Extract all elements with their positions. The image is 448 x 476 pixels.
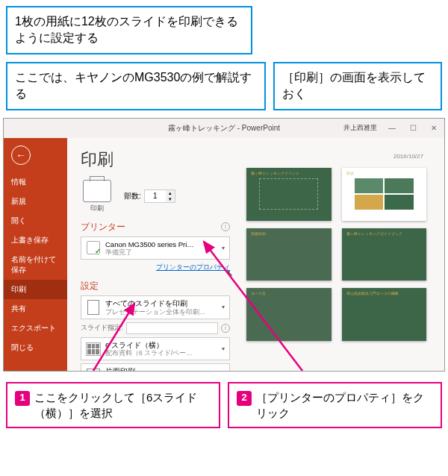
slide-thumb-4: 霧ヶ峰トレッキングガイドブック (342, 228, 427, 281)
printer-status-icon (87, 241, 100, 254)
print-preview: 2016/10/27 霧ヶ峰トレッキングイベント 目次 実施目的 霧ヶ峰トレッキ… (242, 148, 431, 362)
printer-section-label: プリンター i (81, 221, 230, 234)
copies-input[interactable]: 1 ▴▾ (144, 190, 175, 203)
callout-goal: 1枚の用紙に12枚のスライドを印刷できるように設定する (6, 6, 252, 54)
nav-item-7[interactable]: エクスポート (4, 319, 67, 338)
step-1-badge: 1 (15, 391, 30, 406)
window-user: 井上西雅里 (343, 123, 377, 133)
copies-label: 部数: (124, 191, 141, 201)
copies-spinner[interactable]: ▴▾ (166, 190, 175, 202)
printer-icon (83, 180, 111, 202)
nav-item-9[interactable]: アカウント (4, 371, 67, 372)
window-title: 霧ヶ峰トレッキング - PowerPoint (168, 123, 280, 134)
nav-item-4[interactable]: 名前を付けて保存 (4, 250, 67, 280)
maximize-button[interactable]: ☐ (402, 119, 423, 138)
slide-thumb-1: 霧ヶ峰トレッキングイベント (246, 168, 332, 221)
chevron-down-icon: ▾ (222, 304, 225, 310)
cursor-icon: ↖ (226, 269, 233, 278)
duplex-icon (87, 369, 100, 371)
powerpoint-window: 霧ヶ峰トレッキング - PowerPoint 井上西雅里 — ☐ ✕ ← 情報新… (3, 118, 445, 372)
preview-date: 2016/10/27 (393, 153, 423, 160)
nav-item-1[interactable]: 新規 (4, 192, 67, 211)
page-icon (87, 300, 99, 315)
step-1-callout: 1 ここをクリックして［6スライド（横）］を選択 (6, 382, 220, 428)
printer-properties-link[interactable]: プリンターのプロパティ ↖ (81, 263, 230, 272)
slide-thumb-6: 車山高原散策入門コースの概略 (342, 288, 427, 341)
step-2-callout: 2 ［プリンターのプロパティ］をクリック (228, 382, 442, 428)
close-button[interactable]: ✕ (423, 119, 444, 138)
print-what-dropdown[interactable]: すべてのスライドを印刷 プレゼンテーション全体を印刷… ▾ (81, 295, 230, 319)
chevron-down-icon: ▾ (222, 345, 225, 352)
duplex-dropdown[interactable]: 片面印刷 ページの片面のみを印刷します ▾ (81, 363, 230, 371)
slide-thumb-3: 実施目的 (246, 228, 332, 281)
printer-dropdown[interactable]: Canon MG3500 series Pri… 準備完了 ▾ (81, 237, 230, 260)
slide-range-label: スライド指定: (81, 323, 123, 333)
nav-item-0[interactable]: 情報 (4, 172, 67, 192)
chevron-down-icon: ▾ (222, 245, 225, 251)
page-title: 印刷 (81, 148, 230, 171)
nav-item-8[interactable]: 閉じる (4, 338, 67, 357)
callout-example: ここでは、キヤノンのMG3530の例で解説する (6, 62, 266, 110)
layout-dropdown[interactable]: 6 スライド（横） 配布資料（6 スライド/ペー… ▾ (81, 337, 230, 361)
handout-icon (86, 342, 101, 356)
nav-item-2[interactable]: 開く (4, 211, 67, 231)
print-button[interactable]: 印刷 (81, 180, 113, 213)
step-2-badge: 2 (237, 391, 252, 406)
nav-item-6[interactable]: 共有 (4, 299, 67, 319)
copies-control: 部数: 1 ▴▾ (124, 190, 175, 203)
settings-section-label: 設定 (81, 280, 230, 292)
nav-item-3[interactable]: 上書き保存 (4, 231, 67, 250)
callout-precondition: ［印刷］の画面を表示しておく (273, 62, 442, 110)
slide-thumb-2: 目次 (342, 168, 427, 221)
backstage-sidebar: ← 情報新規開く上書き保存名前を付けて保存印刷共有エクスポート閉じるアカウントオ… (4, 138, 67, 372)
back-button[interactable]: ← (11, 145, 31, 165)
window-titlebar: 霧ヶ峰トレッキング - PowerPoint 井上西雅里 — ☐ ✕ (4, 119, 444, 138)
slide-thumb-5: コース名 (246, 288, 332, 341)
info-icon[interactable]: i (221, 222, 230, 231)
nav-item-5[interactable]: 印刷 (4, 280, 67, 299)
slide-range-input[interactable] (126, 322, 218, 334)
minimize-button[interactable]: — (382, 119, 402, 138)
info-icon[interactable]: i (221, 324, 230, 333)
